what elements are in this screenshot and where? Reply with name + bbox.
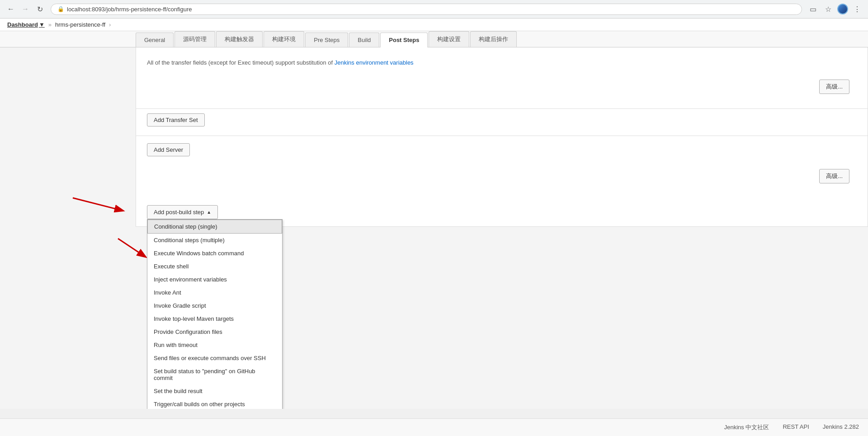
dropdown-item-exec-windows[interactable]: Execute Windows batch command [147, 247, 282, 260]
add-post-build-step-label: Add post-build step [154, 209, 204, 216]
main-content: All of the transfer fields (except for E… [0, 47, 868, 409]
nav-buttons: ← → ↻ [5, 3, 46, 15]
dropdown-item-invoke-gradle[interactable]: Invoke Gradle script [147, 299, 282, 312]
dropdown-item-exec-shell[interactable]: Execute shell [147, 260, 282, 273]
advanced-btn-row-1: 高级... [147, 76, 857, 98]
dropdown-menu: Conditional step (single) Conditional st… [147, 219, 283, 409]
add-server-button[interactable]: Add Server [147, 143, 190, 156]
dashboard-link[interactable]: Dashboard ▼ [7, 21, 45, 28]
add-post-build-section: Add post-build step ▲ Conditional step (… [136, 198, 868, 226]
profile-icon [837, 4, 848, 14]
address-bar[interactable]: 🔒 localhost:8093/job/hrms-persistence-ff… [51, 4, 802, 15]
lock-icon: 🔒 [57, 6, 64, 12]
dropdown-item-trigger-builds[interactable]: Trigger/call builds on other projects [147, 398, 282, 409]
back-button[interactable]: ← [5, 3, 17, 15]
info-text: All of the transfer fields (except for E… [147, 55, 857, 70]
breadcrumb-sep1: » [48, 21, 52, 28]
browser-actions: ▭ ☆ ⋮ [807, 3, 863, 15]
tab-source[interactable]: 源码管理 [175, 31, 215, 47]
jenkins-env-link[interactable]: Jenkins environment variables [335, 59, 414, 66]
tab-triggers[interactable]: 构建触发器 [216, 31, 263, 47]
dropdown-item-run-timeout[interactable]: Run with timeout [147, 338, 282, 352]
dropdown-item-set-result[interactable]: Set the build result [147, 384, 282, 398]
advanced-button-2[interactable]: 高级... [819, 169, 849, 183]
url-text: localhost:8093/job/hrms-persistence-ff/c… [67, 6, 192, 13]
advanced-button-1[interactable]: 高级... [819, 80, 849, 94]
tab-env[interactable]: 构建环境 [264, 31, 304, 47]
tab-presteps[interactable]: Pre Steps [305, 33, 348, 47]
info-section: All of the transfer fields (except for E… [136, 47, 868, 108]
tab-general[interactable]: General [136, 33, 174, 47]
add-transfer-set-button[interactable]: Add Transfer Set [147, 113, 205, 127]
add-transfer-set-section: Add Transfer Set [136, 108, 868, 136]
tabs-bar: General 源码管理 构建触发器 构建环境 Pre Steps Build … [0, 31, 868, 47]
config-panel: All of the transfer fields (except for E… [136, 47, 868, 227]
tab-postbuild[interactable]: 构建后操作 [470, 31, 517, 47]
chevron-icon: ▲ [207, 210, 211, 215]
dropdown-item-set-pending[interactable]: Set build status to "pending" on GitHub … [147, 365, 282, 384]
dropdown-item-send-ssh[interactable]: Send files or execute commands over SSH [147, 352, 282, 365]
forward-button[interactable]: → [19, 3, 32, 15]
menu-button[interactable]: ⋮ [851, 3, 863, 15]
add-server-section: Add Server 高级... [136, 136, 868, 198]
project-breadcrumb: hrms-persistence-ff [55, 21, 105, 28]
dashboard-text: Dashboard [7, 21, 38, 28]
add-post-build-step-button[interactable]: Add post-build step ▲ [147, 205, 218, 219]
dropdown-arrow: ▼ [39, 21, 45, 28]
advanced-btn-row-2: 高级... [147, 165, 857, 187]
svg-line-3 [118, 239, 145, 257]
dropdown-item-conditional-single[interactable]: Conditional step (single) [147, 220, 282, 234]
dropdown-item-provide-config[interactable]: Provide Configuration files [147, 325, 282, 338]
tab-build[interactable]: Build [349, 33, 379, 47]
dropdown-item-conditional-multiple[interactable]: Conditional steps (multiple) [147, 234, 282, 247]
bookmark-button[interactable]: ☆ [822, 3, 835, 15]
dropdown-container: Add post-build step ▲ Conditional step (… [147, 205, 218, 219]
dropdown-item-invoke-maven[interactable]: Invoke top-level Maven targets [147, 312, 282, 325]
dropdown-item-inject-env[interactable]: Inject environment variables [147, 273, 282, 286]
reload-button[interactable]: ↻ [33, 3, 46, 15]
cast-button[interactable]: ▭ [807, 3, 819, 15]
svg-line-1 [73, 198, 123, 211]
browser-chrome: ← → ↻ 🔒 localhost:8093/job/hrms-persiste… [0, 0, 868, 19]
arrow-2 [82, 234, 154, 270]
tab-poststeps[interactable]: Post Steps [380, 33, 428, 47]
jenkins-header: Dashboard ▼ » hrms-persistence-ff › [0, 19, 868, 31]
dropdown-item-invoke-ant[interactable]: Invoke Ant [147, 286, 282, 299]
tab-settings[interactable]: 构建设置 [429, 31, 469, 47]
info-text-before: All of the transfer fields (except for E… [147, 59, 335, 66]
breadcrumb-sep2: › [109, 21, 111, 28]
